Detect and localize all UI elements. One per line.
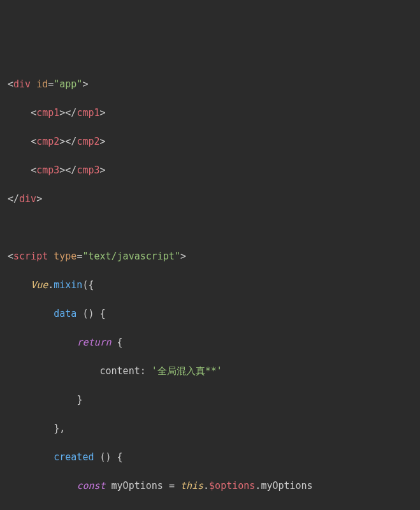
code-line: <cmp1></cmp1> bbox=[8, 106, 412, 120]
code-line: <script type="text/javascript"> bbox=[8, 249, 412, 264]
code-line: content: '全局混入真**' bbox=[8, 364, 412, 379]
code-line: </div> bbox=[8, 192, 412, 207]
code-line: return { bbox=[8, 335, 412, 350]
code-line: created () { bbox=[8, 450, 412, 465]
code-line: <cmp3></cmp3> bbox=[8, 163, 412, 178]
code-line bbox=[8, 221, 412, 235]
code-line: }, bbox=[8, 421, 412, 436]
code-line: if (myOptions) { bbox=[8, 507, 412, 511]
code-line: <div id="app"> bbox=[8, 77, 412, 92]
code-line: const myOptions = this.$options.myOption… bbox=[8, 479, 412, 493]
code-line: data () { bbox=[8, 307, 412, 321]
code-line: } bbox=[8, 393, 412, 407]
code-line: Vue.mixin({ bbox=[8, 278, 412, 293]
code-block: <div id="app"> <cmp1></cmp1> <cmp2></cmp… bbox=[8, 62, 412, 510]
code-line: <cmp2></cmp2> bbox=[8, 135, 412, 149]
